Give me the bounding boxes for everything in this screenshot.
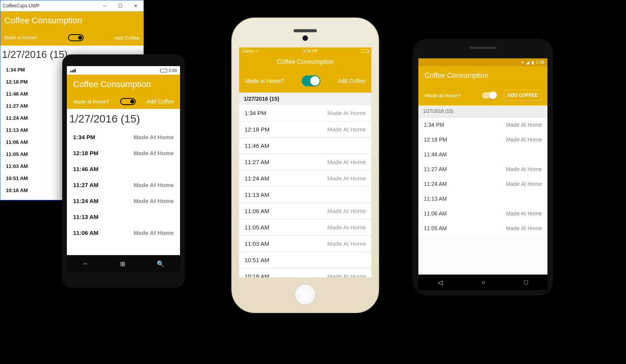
item-location: Made At Home [327, 175, 366, 182]
item-time: 11:27 AM [245, 159, 269, 165]
list-item[interactable]: 11:24 AM Made At Home [239, 170, 371, 187]
item-location: Made At Home [506, 136, 542, 143]
list-item[interactable]: 11:27 AM Made At Home [67, 177, 180, 193]
android-screen: ▾ ◢ ▮ 1:38 Coffee Consumption Made at Ho… [418, 58, 547, 290]
recents-icon[interactable]: □ [524, 279, 528, 286]
item-time: 1:34 PM [6, 67, 25, 73]
back-icon[interactable]: ← [82, 260, 89, 267]
and-list[interactable]: 1:34 PM Made At Home 12:18 PM Made At Ho… [418, 117, 547, 275]
item-location: Made At Home [133, 229, 174, 236]
winphone-screen: 2:09 Coffee Consumption Made at Home? Ad… [67, 66, 180, 272]
list-item[interactable]: 11:03 AM Made At Home [239, 236, 371, 252]
item-time: 11:24 AM [6, 115, 28, 121]
item-location: Made At Home [327, 273, 366, 277]
add-coffee-button[interactable]: ADD COFFEE [504, 90, 541, 101]
home-button[interactable] [294, 284, 316, 305]
item-time: 11:27 AM [73, 182, 98, 188]
list-item[interactable]: 11:13 AM [418, 191, 547, 206]
list-item[interactable]: 10:51 AM [239, 252, 371, 268]
item-time: 12:18 PM [245, 126, 269, 133]
list-item[interactable]: 11:13 AM [67, 209, 180, 225]
list-item[interactable]: 12:18 PM Made At Home [418, 132, 547, 147]
item-location: Made At Home [327, 240, 366, 247]
list-item[interactable]: 11:46 AM [67, 161, 180, 177]
list-item[interactable]: 10:18 AM Made At Home [239, 268, 371, 277]
item-time: 11:06 AM [424, 210, 447, 217]
item-time: 11:24 AM [245, 175, 269, 182]
add-coffee-button[interactable]: Add Coffee [114, 35, 140, 41]
status-bar: 2:09 [67, 66, 180, 75]
made-at-home-toggle[interactable] [68, 34, 84, 41]
android-navbar: ◁ ○ □ [418, 275, 547, 290]
minimize-button[interactable]: ─ [97, 0, 112, 11]
ios-list[interactable]: 1:34 PM Made At Home 12:18 PM Made At Ho… [239, 105, 371, 277]
item-time: 12:18 PM [73, 150, 98, 156]
add-coffee-button[interactable]: Add Coffee [147, 98, 174, 105]
add-coffee-button[interactable]: Add Coffee [338, 78, 365, 84]
item-time: 1:34 PM [245, 110, 266, 116]
status-time: 1:39 PM [303, 49, 318, 53]
item-location: Made At Home [506, 181, 542, 187]
item-location: Made At Home [506, 122, 542, 128]
list-item[interactable]: 11:06 AM Made At Home [239, 203, 371, 219]
list-item[interactable]: 12:18 PM Made At Home [239, 121, 371, 138]
item-time: 11:27 AM [6, 103, 28, 109]
list-item[interactable]: 11:27 AM Made At Home [418, 162, 547, 177]
list-item[interactable]: 11:46 AM [418, 147, 547, 162]
item-time: 1:34 PM [424, 122, 444, 128]
list-item[interactable]: 1:34 PM Made At Home [239, 105, 371, 121]
and-header: Coffee Consumption [418, 66, 547, 85]
uwp-header: Coffee Consumption [0, 11, 143, 30]
item-location: Made At Home [133, 198, 174, 204]
item-location: Made At Home [506, 166, 542, 172]
list-item[interactable]: 11:46 AM [239, 138, 371, 154]
page-title: Coffee Consumption [4, 16, 82, 26]
list-item[interactable]: 1:34 PM Made At Home [418, 117, 547, 132]
signal-icon: ◢ [526, 60, 529, 65]
ios-toolbar: Made at Home? Add Coffee [239, 69, 371, 93]
item-time: 11:46 AM [245, 142, 269, 149]
made-at-home-toggle[interactable] [302, 75, 320, 86]
search-icon[interactable]: 🔍 [157, 260, 164, 268]
list-item[interactable]: 11:24 AM Made At Home [67, 193, 180, 209]
item-time: 11:03 AM [6, 163, 28, 169]
battery-icon [361, 49, 368, 53]
close-button[interactable]: ✕ [128, 0, 143, 11]
item-location: Made At Home [327, 208, 366, 214]
item-location: Made At Home [133, 150, 174, 156]
item-location: Made At Home [506, 210, 542, 217]
item-location: Made At Home [327, 224, 366, 231]
ios-screen: Carrier ᯤ 1:39 PM Coffee Consumption Mad… [239, 47, 371, 277]
list-item[interactable]: 1:34 PM Made At Home [67, 129, 180, 145]
list-item[interactable]: 11:05 AM Made At Home [418, 221, 547, 236]
list-item[interactable]: 12:18 PM Made At Home [67, 145, 180, 161]
list-item[interactable]: 11:06 AM Made At Home [418, 206, 547, 221]
item-time: 11:13 AM [6, 127, 28, 133]
item-time: 11:27 AM [424, 166, 447, 172]
item-time: 12:18 PM [424, 136, 447, 143]
item-location: Made At Home [506, 225, 542, 231]
signal-icon [70, 69, 76, 72]
toggle-label: Made at Home? [73, 99, 109, 105]
made-at-home-toggle[interactable] [482, 92, 496, 98]
windows-icon[interactable]: ⊞ [120, 260, 125, 268]
made-at-home-toggle[interactable] [120, 98, 136, 105]
item-location: Made At Home [327, 110, 366, 116]
item-time: 11:24 AM [73, 198, 98, 204]
item-time: 11:05 AM [245, 224, 269, 231]
list-item[interactable]: 11:05 AM Made At Home [239, 219, 371, 236]
maximize-button[interactable]: ☐ [112, 0, 128, 11]
wp-header: Coffee Consumption [67, 75, 180, 94]
item-time: 10:51 AM [245, 257, 269, 263]
group-header: 1/27/2016 (15) [239, 93, 371, 105]
item-time: 11:05 AM [6, 151, 28, 157]
list-item[interactable]: 11:13 AM [239, 187, 371, 203]
list-item[interactable]: 11:06 AM Made At Home [67, 225, 180, 241]
home-icon[interactable]: ○ [481, 279, 485, 286]
item-time: 11:46 AM [6, 91, 28, 97]
wp-navbar: ← ⊞ 🔍 [67, 255, 180, 272]
back-icon[interactable]: ◁ [438, 279, 442, 286]
list-item[interactable]: 11:24 AM Made At Home [418, 177, 547, 191]
list-item[interactable]: 11:27 AM Made At Home [239, 154, 371, 170]
wp-list[interactable]: 1:34 PM Made At Home 12:18 PM Made At Ho… [67, 129, 180, 255]
